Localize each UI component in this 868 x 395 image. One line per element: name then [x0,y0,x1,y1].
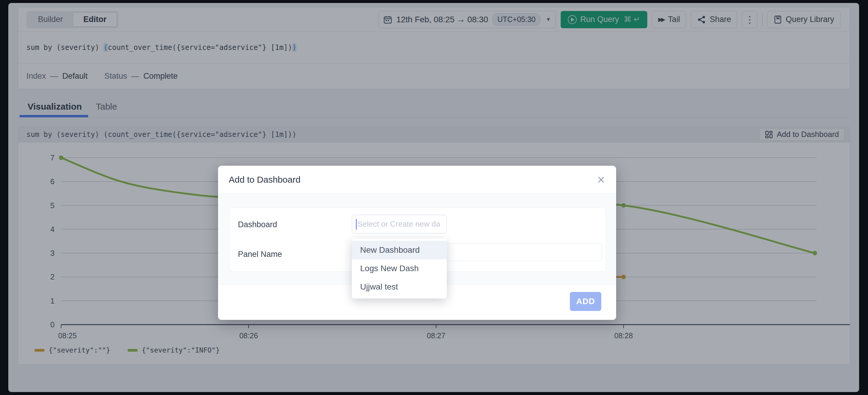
dashboard-dropdown: New DashboardLogs New DashUjjwal test [352,238,447,299]
dashboard-select-input[interactable] [352,215,447,233]
panel-name-field-label: Panel Name [238,250,282,259]
screen: Builder Editor 12th F [0,0,868,395]
dropdown-option[interactable]: Logs New Dash [352,259,447,278]
text-cursor [356,219,356,230]
add-button[interactable]: ADD [570,292,601,311]
modal-title: Add to Dashboard [229,175,301,185]
close-icon[interactable]: × [597,173,605,186]
dashboard-field-label: Dashboard [238,220,277,229]
modal-header: Add to Dashboard × [218,166,616,194]
dropdown-option[interactable]: Ujjwal test [352,278,447,296]
dropdown-option[interactable]: New Dashboard [352,241,447,259]
